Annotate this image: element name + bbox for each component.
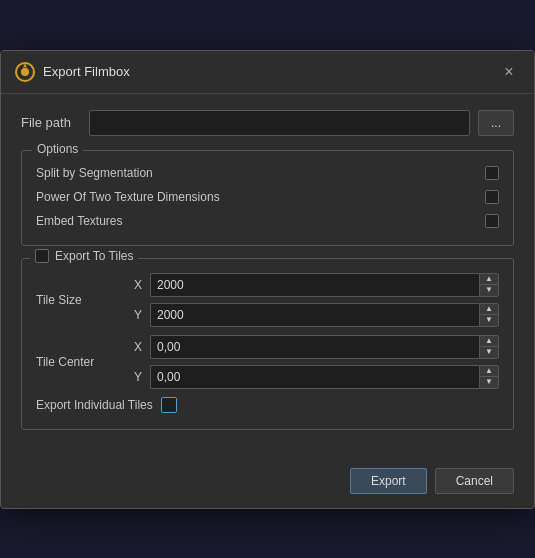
options-group: Options Split by Segmentation Power Of T… <box>21 150 514 246</box>
tile-size-y-arrows: ▲ ▼ <box>479 303 499 327</box>
tile-center-y-row: Y ▲ ▼ <box>126 365 499 389</box>
export-to-tiles-checkbox[interactable] <box>35 249 49 263</box>
tile-size-x-up[interactable]: ▲ <box>480 274 498 285</box>
tile-center-y-label: Y <box>126 370 142 384</box>
power-two-checkbox[interactable] <box>485 190 499 204</box>
tile-size-y-up[interactable]: ▲ <box>480 304 498 315</box>
tile-size-x-down[interactable]: ▼ <box>480 285 498 296</box>
app-icon <box>15 62 35 82</box>
tile-center-x-spinbox: ▲ ▼ <box>150 335 499 359</box>
tile-center-y-arrows: ▲ ▼ <box>479 365 499 389</box>
export-button[interactable]: Export <box>350 468 427 494</box>
tile-size-y-row: Y ▲ ▼ <box>126 303 499 327</box>
svg-point-1 <box>21 68 29 76</box>
tile-center-y-down[interactable]: ▼ <box>480 377 498 388</box>
tile-size-x-arrows: ▲ ▼ <box>479 273 499 297</box>
tile-size-x-spinbox: ▲ ▼ <box>150 273 499 297</box>
tile-center-x-down[interactable]: ▼ <box>480 347 498 358</box>
tile-size-y-input[interactable] <box>150 303 479 327</box>
tile-size-row: Tile Size X ▲ ▼ Y <box>36 273 499 327</box>
tile-size-y-label: Y <box>126 308 142 322</box>
close-button[interactable]: × <box>498 61 520 83</box>
tile-size-x-row: X ▲ ▼ <box>126 273 499 297</box>
tile-size-x-input[interactable] <box>150 273 479 297</box>
tiles-group-title: Export To Tiles <box>55 249 133 263</box>
dialog-body: File path ... Options Split by Segmentat… <box>1 94 534 458</box>
tiles-header: Export To Tiles <box>30 249 138 263</box>
file-path-input[interactable] <box>89 110 470 136</box>
file-path-row: File path ... <box>21 110 514 136</box>
dialog-title: Export Filmbox <box>43 64 130 79</box>
export-filmbox-dialog: Export Filmbox × File path ... Options S… <box>0 50 535 509</box>
dialog-footer: Export Cancel <box>1 458 534 508</box>
embed-textures-checkbox[interactable] <box>485 214 499 228</box>
split-segmentation-label: Split by Segmentation <box>36 166 153 180</box>
title-bar: Export Filmbox × <box>1 51 534 94</box>
tile-center-y-spinbox: ▲ ▼ <box>150 365 499 389</box>
tiles-group: Export To Tiles Tile Size X ▲ ▼ <box>21 258 514 430</box>
tile-size-x-label: X <box>126 278 142 292</box>
tile-center-xy: X ▲ ▼ Y <box>126 335 499 389</box>
file-path-label: File path <box>21 115 81 130</box>
split-segmentation-checkbox[interactable] <box>485 166 499 180</box>
option-embed-textures: Embed Textures <box>36 209 499 233</box>
tile-size-label: Tile Size <box>36 293 126 307</box>
tile-center-x-up[interactable]: ▲ <box>480 336 498 347</box>
embed-textures-label: Embed Textures <box>36 214 123 228</box>
options-group-title: Options <box>32 142 83 156</box>
tile-size-y-spinbox: ▲ ▼ <box>150 303 499 327</box>
tile-center-y-input[interactable] <box>150 365 479 389</box>
tile-center-x-input[interactable] <box>150 335 479 359</box>
tile-center-y-up[interactable]: ▲ <box>480 366 498 377</box>
option-split-segmentation: Split by Segmentation <box>36 161 499 185</box>
tile-center-row: Tile Center X ▲ ▼ Y <box>36 335 499 389</box>
option-power-two: Power Of Two Texture Dimensions <box>36 185 499 209</box>
tile-center-x-arrows: ▲ ▼ <box>479 335 499 359</box>
title-bar-left: Export Filmbox <box>15 62 130 82</box>
tile-center-label: Tile Center <box>36 355 126 369</box>
browse-button[interactable]: ... <box>478 110 514 136</box>
export-individual-label: Export Individual Tiles <box>36 398 153 412</box>
export-individual-row: Export Individual Tiles <box>36 397 499 413</box>
export-individual-checkbox[interactable] <box>161 397 177 413</box>
cancel-button[interactable]: Cancel <box>435 468 514 494</box>
power-two-label: Power Of Two Texture Dimensions <box>36 190 220 204</box>
tile-center-x-row: X ▲ ▼ <box>126 335 499 359</box>
tile-size-y-down[interactable]: ▼ <box>480 315 498 326</box>
tile-center-x-label: X <box>126 340 142 354</box>
tile-size-xy: X ▲ ▼ Y <box>126 273 499 327</box>
